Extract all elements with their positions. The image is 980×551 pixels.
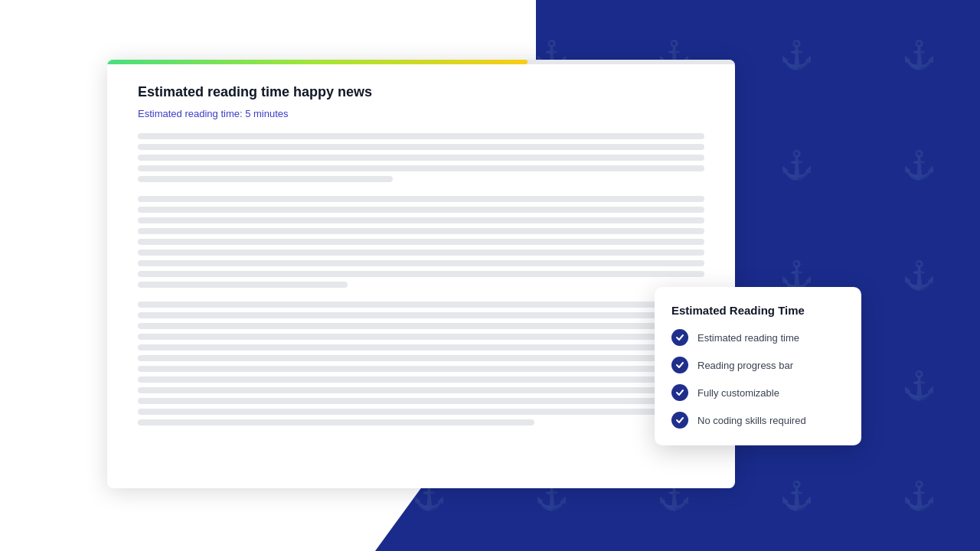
skeleton-text: [138, 133, 704, 425]
skeleton-line: [138, 260, 704, 266]
anchor-icon: ⚓: [735, 0, 858, 110]
skeleton-line: [138, 217, 704, 223]
skeleton-line: [138, 165, 704, 171]
skeleton-line: [138, 366, 704, 372]
check-icon-1: [671, 329, 688, 346]
progress-fill: [107, 60, 528, 64]
skeleton-line: [138, 133, 704, 139]
feature-text-1: Estimated reading time: [697, 332, 799, 344]
skeleton-line: [138, 282, 348, 288]
anchor-icon: ⚓: [858, 331, 980, 441]
skeleton-line: [138, 302, 704, 308]
check-icon-2: [671, 357, 688, 373]
skeleton-line: [138, 271, 704, 277]
anchor-icon: ⚓: [858, 441, 980, 551]
skeleton-line: [138, 144, 704, 150]
skeleton-line: [138, 398, 704, 404]
skeleton-line: [138, 344, 704, 350]
check-icon-3: [671, 384, 688, 401]
skeleton-line: [138, 419, 534, 425]
skeleton-line: [138, 355, 704, 361]
feature-item-2: Reading progress bar: [671, 357, 844, 373]
feature-text-2: Reading progress bar: [697, 360, 793, 371]
skeleton-line: [138, 334, 704, 340]
anchor-icon: ⚓: [735, 110, 858, 220]
anchor-icon: ⚓: [858, 220, 980, 331]
feature-text-4: No coding skills required: [697, 415, 806, 426]
skeleton-line: [138, 249, 704, 256]
feature-card: Estimated Reading Time Estimated reading…: [655, 287, 861, 445]
feature-card-title: Estimated Reading Time: [671, 304, 844, 317]
reading-time-label: Estimated reading time: 5 minutes: [138, 108, 704, 119]
skeleton-line: [138, 387, 704, 393]
feature-item-4: No coding skills required: [671, 412, 844, 429]
skeleton-line: [138, 409, 704, 415]
skeleton-line: [138, 323, 704, 329]
skeleton-line: [138, 377, 704, 383]
skeleton-line: [138, 155, 704, 161]
skeleton-line: [138, 196, 704, 202]
skeleton-line: [138, 239, 704, 245]
anchor-icon: ⚓: [858, 110, 980, 220]
feature-item-3: Fully customizable: [671, 384, 844, 401]
article-content: Estimated reading time happy news Estima…: [107, 60, 735, 488]
skeleton-line: [138, 207, 704, 213]
anchor-icon: ⚓: [735, 441, 858, 551]
skeleton-line: [138, 312, 704, 318]
feature-item-1: Estimated reading time: [671, 329, 844, 346]
check-icon-4: [671, 412, 688, 429]
article-title: Estimated reading time happy news: [138, 84, 704, 100]
anchor-icon: ⚓: [858, 0, 980, 110]
reading-progress-bar: [107, 60, 735, 64]
skeleton-line: [138, 176, 393, 182]
skeleton-line: [138, 228, 704, 234]
browser-card: Estimated reading time happy news Estima…: [107, 60, 735, 488]
feature-text-3: Fully customizable: [697, 387, 779, 399]
